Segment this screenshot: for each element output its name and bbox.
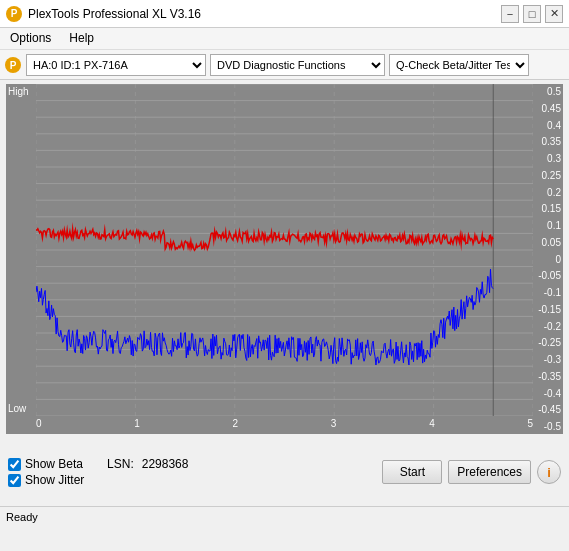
show-beta-label: Show Beta [25,457,83,471]
status-text: Ready [6,511,38,523]
show-beta-row: Show Beta LSN: 2298368 [8,457,188,471]
minimize-button[interactable]: − [501,5,519,23]
menu-bar: Options Help [0,28,569,50]
info-button[interactable]: i [537,460,561,484]
chart-low-label: Low [8,403,26,414]
menu-help[interactable]: Help [65,30,98,47]
app-icon: P [6,6,22,22]
bottom-left: Show Beta LSN: 2298368 Show Jitter [8,457,188,487]
device-select[interactable]: HA:0 ID:1 PX-716A [26,54,206,76]
window-title: PlexTools Professional XL V3.16 [28,7,201,21]
close-button[interactable]: ✕ [545,5,563,23]
show-beta-checkbox[interactable] [8,458,21,471]
title-bar: P PlexTools Professional XL V3.16 − □ ✕ [0,0,569,28]
chart-area: High Low 0.5 0.45 0.4 0.35 0.3 0.25 0.2 … [6,84,563,434]
start-button[interactable]: Start [382,460,442,484]
lsn-value: 2298368 [142,457,189,471]
preferences-button[interactable]: Preferences [448,460,531,484]
title-bar-controls: − □ ✕ [501,5,563,23]
menu-options[interactable]: Options [6,30,55,47]
show-jitter-label: Show Jitter [25,473,84,487]
device-icon: P [4,56,22,74]
chart-x-axis: 0 1 2 3 4 5 [36,416,533,434]
show-jitter-checkbox[interactable] [8,474,21,487]
chart-high-label: High [8,86,29,97]
test-select[interactable]: Q-Check Beta/Jitter Test [389,54,529,76]
chart-canvas [36,84,533,416]
svg-text:P: P [10,60,17,71]
show-jitter-row: Show Jitter [8,473,188,487]
lsn-label: LSN: [107,457,134,471]
chart-inner [36,84,533,416]
bottom-panel: Show Beta LSN: 2298368 Show Jitter Start… [0,438,569,506]
toolbar: P HA:0 ID:1 PX-716A DVD Diagnostic Funct… [0,50,569,80]
function-select[interactable]: DVD Diagnostic Functions [210,54,385,76]
bottom-right: Start Preferences i [382,460,561,484]
chart-y-axis-right: 0.5 0.45 0.4 0.35 0.3 0.25 0.2 0.15 0.1 … [533,84,563,434]
maximize-button[interactable]: □ [523,5,541,23]
status-bar: Ready [0,506,569,526]
